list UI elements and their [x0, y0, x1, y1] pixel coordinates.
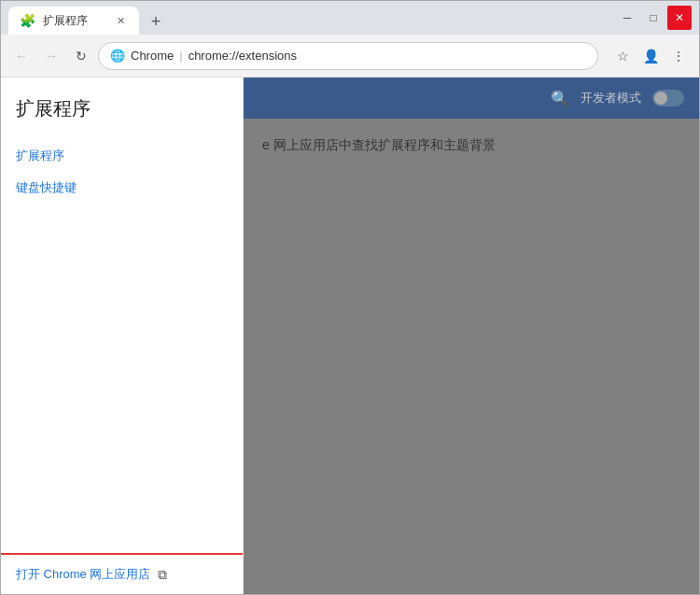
external-link-icon: ⧉	[158, 567, 167, 583]
tab-title: 扩展程序	[43, 13, 105, 29]
browser-window: 🧩 扩展程序 ✕ + ─ □ ✕ ← → ↻ 🌐 Chrome | chrome…	[0, 0, 700, 595]
window-controls: ─ □ ✕	[615, 6, 692, 30]
sidebar-header: 扩展程序	[1, 78, 243, 133]
main-toolbar: 🔍 开发者模式	[244, 78, 699, 119]
webstore-link[interactable]: 打开 Chrome 网上应用店	[16, 566, 150, 583]
brand-text: Chrome	[131, 49, 174, 63]
sidebar-nav: 扩展程序 键盘快捷键	[1, 133, 243, 553]
titlebar: 🧩 扩展程序 ✕ + ─ □ ✕	[1, 1, 699, 35]
content-area: 扩展程序 扩展程序 键盘快捷键 打开 Chrome 网上应用店 ⧉ 🔍 开发者模…	[1, 78, 699, 594]
sidebar-item-shortcuts[interactable]: 键盘快捷键	[1, 172, 243, 204]
close-button[interactable]: ✕	[667, 6, 692, 30]
active-tab[interactable]: 🧩 扩展程序 ✕	[8, 7, 139, 35]
url-actions: ☆ 👤 ⋮	[609, 43, 692, 69]
tab-strip: 🧩 扩展程序 ✕ +	[8, 1, 611, 35]
search-icon[interactable]: 🔍	[551, 90, 569, 107]
sidebar-footer: 打开 Chrome 网上应用店 ⧉	[1, 553, 243, 594]
main-panel: 🔍 开发者模式 e 网上应用店中查找扩展程序和主题背景	[244, 78, 699, 594]
url-text: chrome://extensions	[189, 49, 297, 63]
minimize-button[interactable]: ─	[615, 6, 639, 30]
webstore-text: e 网上应用店中查找扩展程序和主题背景	[262, 137, 496, 154]
sidebar-title: 扩展程序	[16, 96, 228, 121]
forward-button[interactable]: →	[38, 43, 64, 69]
maximize-button[interactable]: □	[641, 6, 665, 30]
new-tab-button[interactable]: +	[143, 8, 169, 35]
back-button[interactable]: ←	[8, 43, 35, 69]
tab-icon: 🧩	[20, 13, 35, 28]
refresh-button[interactable]: ↻	[68, 43, 94, 69]
menu-button[interactable]: ⋮	[665, 43, 692, 69]
bookmark-button[interactable]: ☆	[609, 43, 636, 69]
url-bar[interactable]: 🌐 Chrome | chrome://extensions	[98, 42, 598, 70]
dev-mode-label: 开发者模式	[581, 90, 641, 106]
protocol-icon: 🌐	[110, 49, 125, 63]
profile-button[interactable]: 👤	[637, 43, 664, 69]
dev-mode-toggle[interactable]	[652, 90, 684, 106]
main-content: e 网上应用店中查找扩展程序和主题背景	[244, 119, 699, 594]
addressbar: ← → ↻ 🌐 Chrome | chrome://extensions ☆ 👤…	[1, 35, 699, 78]
url-separator: |	[179, 49, 182, 63]
tab-close-button[interactable]: ✕	[113, 13, 128, 28]
sidebar: 扩展程序 扩展程序 键盘快捷键 打开 Chrome 网上应用店 ⧉	[1, 78, 244, 594]
sidebar-item-extensions[interactable]: 扩展程序	[1, 140, 243, 172]
